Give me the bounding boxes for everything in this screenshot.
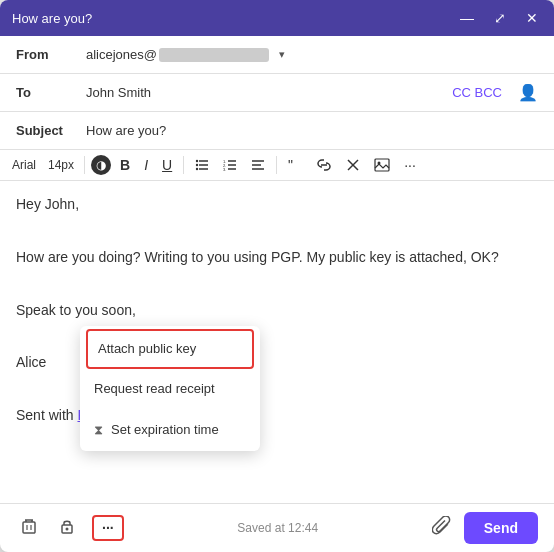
svg-point-3 [196, 160, 198, 162]
align-icon [251, 158, 265, 172]
svg-point-5 [196, 168, 198, 170]
lock-button[interactable] [54, 513, 80, 543]
compose-footer: ··· Saved at 12:44 Send [0, 503, 554, 552]
footer-left-actions: ··· [16, 513, 124, 543]
lock-icon [58, 517, 76, 535]
sent-with-prefix: Sent with [16, 407, 77, 423]
body-line5: Speak to you soon, [16, 299, 538, 321]
body-line2 [16, 219, 538, 241]
svg-point-4 [196, 164, 198, 166]
svg-rect-19 [375, 159, 389, 171]
paperclip-icon [432, 516, 452, 536]
titlebar: How are you? — ⤢ ✕ [0, 0, 554, 36]
svg-rect-21 [23, 522, 35, 533]
body-line3: How are you doing? Writing to you using … [16, 246, 538, 268]
svg-point-28 [66, 528, 69, 531]
subject-row: Subject How are you? [0, 112, 554, 150]
from-row: From alicejones@ ▾ [0, 36, 554, 74]
unordered-list-button[interactable] [190, 155, 214, 175]
align-button[interactable] [246, 155, 270, 175]
font-selector[interactable]: Arial [8, 156, 40, 174]
attach-key-item[interactable]: Attach public key [86, 329, 254, 370]
window-title: How are you? [12, 11, 92, 26]
expiration-label: Set expiration time [111, 420, 219, 441]
contrast-icon: ◑ [96, 158, 106, 172]
svg-text:3.: 3. [223, 167, 226, 172]
send-button[interactable]: Send [464, 512, 538, 544]
font-size-selector[interactable]: 14px [44, 156, 78, 174]
toolbar-sep-3 [276, 156, 277, 174]
read-receipt-label: Request read receipt [94, 379, 215, 400]
bold-button[interactable]: B [115, 154, 135, 176]
close-button[interactable]: ✕ [522, 9, 542, 27]
from-dropdown-arrow[interactable]: ▾ [279, 48, 285, 61]
delete-icon [20, 517, 38, 535]
add-contact-icon[interactable]: 👤 [518, 83, 538, 102]
window-controls: — ⤢ ✕ [456, 9, 542, 27]
quote-icon: " [288, 158, 302, 172]
ordered-list-button[interactable]: 1.2.3. [218, 155, 242, 175]
clear-format-button[interactable] [341, 155, 365, 175]
saved-text: Saved at 12:44 [237, 521, 318, 535]
quote-button[interactable]: " [283, 155, 307, 175]
formatting-toolbar: Arial 14px ◑ B I U 1.2.3. " [0, 150, 554, 181]
expiration-item[interactable]: ⧗ Set expiration time [80, 410, 260, 451]
to-value: John Smith CC BCC 👤 [86, 83, 538, 102]
more-options-button[interactable]: ··· [92, 515, 124, 541]
image-icon [374, 158, 390, 172]
minimize-button[interactable]: — [456, 9, 478, 27]
email-body[interactable]: Hey John, How are you doing? Writing to … [0, 181, 554, 503]
to-label: To [16, 85, 86, 100]
link-button[interactable] [311, 155, 337, 175]
contrast-button[interactable]: ◑ [91, 155, 111, 175]
toolbar-sep-2 [183, 156, 184, 174]
from-value: alicejones@ ▾ [86, 47, 538, 63]
ul-icon [195, 158, 209, 172]
subject-label: Subject [16, 123, 86, 138]
saved-status: Saved at 12:44 [124, 521, 432, 535]
cc-bcc-button[interactable]: CC BCC [452, 85, 502, 100]
svg-text:": " [288, 158, 293, 172]
email-blur [159, 48, 269, 62]
compose-window: How are you? — ⤢ ✕ From alicejones@ ▾ To… [0, 0, 554, 552]
more-icon: ··· [404, 157, 416, 173]
toolbar-sep-1 [84, 156, 85, 174]
from-email: alicejones@ [86, 47, 271, 63]
from-label: From [16, 47, 86, 62]
subject-value: How are you? [86, 123, 538, 138]
more-dots-label: ··· [102, 520, 114, 536]
to-row: To John Smith CC BCC 👤 [0, 74, 554, 112]
u-label: U [162, 157, 172, 173]
maximize-button[interactable]: ⤢ [490, 9, 510, 27]
delete-button[interactable] [16, 513, 42, 543]
attach-file-button[interactable] [432, 516, 452, 541]
body-line4 [16, 272, 538, 294]
italic-button[interactable]: I [139, 154, 153, 176]
more-toolbar-button[interactable]: ··· [399, 154, 421, 176]
to-recipient: John Smith [86, 85, 151, 100]
ol-icon: 1.2.3. [223, 158, 237, 172]
body-line1: Hey John, [16, 193, 538, 215]
image-button[interactable] [369, 155, 395, 175]
expiration-icon: ⧗ [94, 420, 103, 441]
from-email-prefix: alicejones@ [86, 47, 157, 62]
footer-right-actions: Send [432, 512, 538, 544]
options-dropdown: Attach public key Request read receipt ⧗… [80, 326, 260, 451]
clear-icon [346, 158, 360, 172]
underline-button[interactable]: U [157, 154, 177, 176]
link-icon [316, 158, 332, 172]
subject-text: How are you? [86, 123, 166, 138]
read-receipt-item[interactable]: Request read receipt [80, 369, 260, 410]
attach-key-label: Attach public key [98, 339, 196, 360]
